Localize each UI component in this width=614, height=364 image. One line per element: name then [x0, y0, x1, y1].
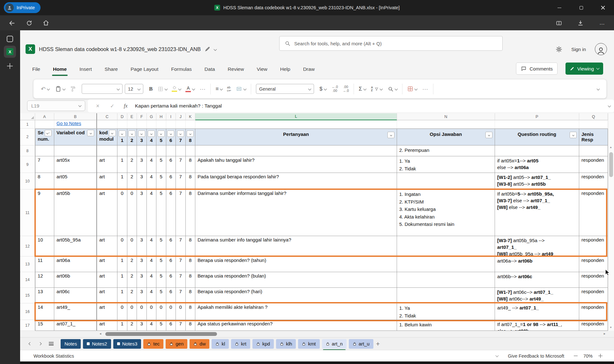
inprivate-badge[interactable]: InPrivate [4, 2, 41, 13]
cell-respondent-row10[interactable]: responden [579, 173, 608, 189]
cell-routing-row15[interactable]: [W1-7] art06c--> art07_1_[W8] art06c--> … [495, 288, 579, 303]
sheet-tab-dw[interactable]: dw [190, 339, 209, 349]
feedback-link[interactable]: Give Feedback to Microsoft [508, 353, 564, 359]
cell-respondent-row17[interactable]: responden [579, 320, 608, 331]
column-header-N[interactable]: N [397, 113, 495, 120]
row-header-11[interactable]: 11 [20, 189, 35, 236]
cell-wave5-row15[interactable]: 5 [156, 288, 166, 303]
cell-wave3-row9[interactable]: 3 [137, 156, 147, 173]
cell-wave3-row10[interactable]: 3 [137, 173, 147, 189]
cell-options-row12[interactable] [397, 236, 495, 256]
row-header-12[interactable]: 12 [20, 236, 35, 256]
more-font-options-button[interactable]: ··· [200, 86, 206, 92]
add-sheet-button[interactable] [376, 340, 380, 348]
cell-wave6-row12[interactable]: 6 [166, 236, 176, 256]
cell-L1[interactable] [195, 120, 397, 129]
header-cell-question-routing[interactable]: Question routing [495, 129, 579, 145]
cell-wave7-row15[interactable]: 7 [176, 288, 186, 303]
cell-wave7-row16[interactable]: 0 [176, 303, 186, 320]
sheet-tab-Notes2[interactable]: Notes2 [83, 339, 111, 349]
cell-wave6-row11[interactable]: 6 [166, 189, 176, 236]
cell-wave7-row8[interactable] [176, 145, 186, 156]
fill-color-button[interactable] [172, 86, 181, 92]
cell-wave1-row12[interactable]: 0 [117, 236, 127, 256]
cell-wave4-row14[interactable]: 4 [147, 272, 157, 288]
cell-routing-row12[interactable]: [W3-7] art05b_95a -->art07_1_[W8] art05b… [495, 236, 579, 256]
menu-tab-share[interactable]: Share [104, 65, 118, 73]
cell-wave1-row8[interactable] [117, 145, 127, 156]
merge-cells-button[interactable] [236, 86, 246, 92]
cell-question-row9[interactable]: Apakah tahu tanggal lahir? [195, 156, 397, 173]
header-cell-kode-modul[interactable]: kodmodul [97, 129, 117, 145]
cell-question-row17[interactable]: Apa status perkawinan responden? [195, 320, 397, 331]
home-button[interactable] [42, 19, 49, 26]
menu-tab-help[interactable]: Help [280, 65, 291, 73]
cell-A1[interactable] [35, 120, 54, 129]
decrease-decimal-button[interactable]: ←.0 .00 [332, 85, 338, 92]
cell-wave3-row17[interactable]: 3 [137, 320, 147, 331]
cell-wave5-row17[interactable]: 5 [156, 320, 166, 331]
header-cell-variabel-code[interactable]: Variabel cod [54, 129, 97, 145]
cell-B8[interactable] [54, 145, 97, 156]
alignment-button[interactable]: ≡ [215, 86, 222, 92]
wrap-text-button[interactable]: abc↩ [227, 86, 231, 92]
file-name-chevron-icon[interactable] [213, 48, 217, 51]
cell-routing-row16[interactable]: art49_ --> art07_1_ [495, 303, 579, 320]
cell-wave6-row13[interactable]: 6 [166, 256, 176, 272]
cell-wave4-row17[interactable]: 4 [147, 320, 157, 331]
cell-respondent-row13[interactable]: responden [579, 256, 608, 272]
cell-wave1-row11[interactable]: 0 [117, 189, 127, 236]
header-cell-opsi-jawaban[interactable]: Opsi Jawaban [397, 129, 495, 145]
cell-wave1-row10[interactable]: 1 [117, 173, 127, 189]
cell-respondent-row8[interactable] [579, 145, 608, 156]
font-name-select[interactable] [82, 84, 123, 94]
column-header-D[interactable]: D [117, 113, 127, 120]
cell-wave7-row17[interactable]: 7 [176, 320, 186, 331]
sheet-tab-art_n[interactable]: art_n [322, 339, 347, 349]
cell-F1[interactable] [137, 120, 147, 129]
undo-button[interactable]: ↶ [41, 85, 49, 93]
sheet-tab-tec[interactable]: tec [143, 339, 163, 349]
cell-wave4-row12[interactable]: 4 [147, 236, 157, 256]
sort-filter-button[interactable]: AZ [371, 86, 382, 92]
cell-C17[interactable]: art [97, 320, 117, 331]
column-header-B[interactable]: B [54, 113, 97, 120]
cell-B15[interactable]: art06c [54, 288, 97, 303]
filter-button[interactable] [109, 130, 116, 136]
sheet-tab-krt[interactable]: krt [231, 339, 250, 349]
cell-B1[interactable]: Go to Notes [54, 120, 97, 129]
menu-tab-page-layout[interactable]: Page Layout [130, 65, 159, 73]
row-header-10[interactable]: 10 [20, 173, 35, 189]
cell-B12[interactable]: art05b_95a [54, 236, 97, 256]
cell-routing-row8[interactable] [495, 145, 579, 156]
cell-B13[interactable]: art06a [54, 256, 97, 272]
header-cell-wave-8[interactable]: 8 [186, 129, 196, 145]
ribbon-collapse-chevron-icon[interactable] [597, 87, 600, 91]
vertical-scroll-thumb[interactable] [609, 152, 613, 177]
status-bar-chevron-icon[interactable] [496, 354, 499, 357]
header-cell-jenis-responden[interactable]: Jenis Resp [579, 129, 608, 145]
next-sheet-icon[interactable] [39, 342, 42, 345]
workbook-statistics-button[interactable]: Workbook Statistics [34, 353, 74, 359]
cell-question-row15[interactable]: Berapa usia responden? (hari) [195, 288, 397, 303]
header-cell-wave-3[interactable]: 3 [137, 129, 147, 145]
cell-E1[interactable] [127, 120, 137, 129]
row-header-16[interactable]: 16 [20, 303, 35, 320]
cell-B11[interactable]: art05b [54, 189, 97, 236]
format-as-table-button[interactable] [407, 86, 417, 92]
vertical-scrollbar[interactable]: ▲ ▼ [608, 113, 614, 331]
viewing-mode-button[interactable]: Viewing [565, 63, 603, 75]
cell-routing-row17[interactable]: If art07_1_=1 or 98 --> art11_,else --> … [495, 320, 579, 331]
downloads-button[interactable] [577, 19, 584, 26]
cell-wave4-row13[interactable]: 4 [147, 256, 157, 272]
zoom-out-icon[interactable] [574, 356, 578, 356]
cell-routing-row14[interactable]: art06b--> art06c [495, 272, 579, 288]
filter-button[interactable] [148, 130, 155, 137]
horizontal-scrollbar[interactable]: ◄ ► [20, 331, 614, 337]
cell-wave4-row10[interactable]: 4 [147, 173, 157, 189]
cell-D1[interactable] [117, 120, 127, 129]
filter-button[interactable] [87, 130, 94, 136]
cell-wave2-row12[interactable]: 0 [127, 236, 137, 256]
cell-wave4-row11[interactable]: 4 [147, 189, 157, 236]
cell-C11[interactable]: art [97, 189, 117, 236]
